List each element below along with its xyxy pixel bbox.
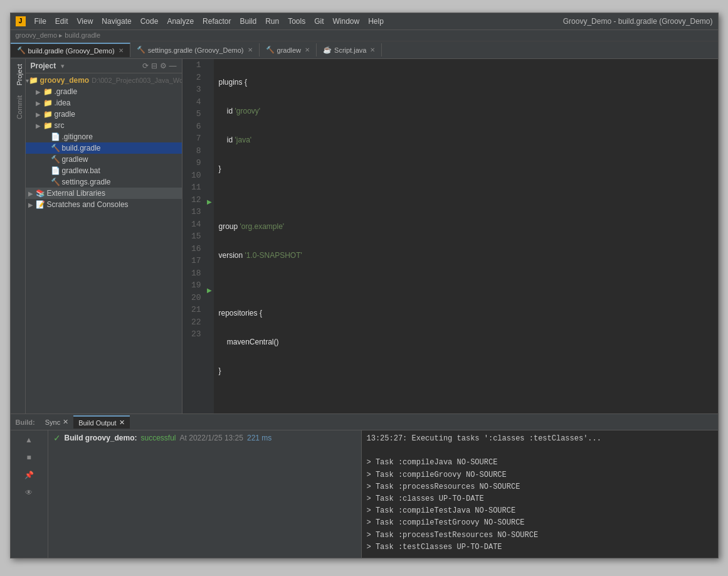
tab-build-gradle-label: build.gradle (Groovy_Demo) [28, 47, 115, 55]
build-gradle-icon: 🔨 [51, 144, 60, 152]
file-tree: ▾ 📁 groovy_demo D:\002_Project\003_Java_… [26, 73, 182, 413]
tree-src-folder[interactable]: ▶ 📁 src [26, 120, 182, 131]
tab-gradlew[interactable]: 🔨 gradlew ✕ [260, 43, 317, 56]
tree-root-item[interactable]: ▾ 📁 groovy_demo D:\002_Project\003_Java_… [26, 75, 182, 86]
menu-code[interactable]: Code [137, 16, 162, 27]
settings-gradle-icon: 🔨 [51, 178, 60, 186]
root-path: D:\002_Project\003_Java_Work\workspace\g… [92, 77, 181, 84]
editor-area: 1 2 3 4 5 6 7 8 9 10 11 12 13 14 15 16 1 [182, 59, 718, 413]
tree-gradlew-bat[interactable]: 📄 gradlew.bat [26, 165, 182, 176]
build-up-btn[interactable]: ▲ [22, 433, 36, 447]
tab-settings-gradle[interactable]: 🔨 settings.gradle (Groovy_Demo) ✕ [130, 43, 260, 56]
settings-gradle-arrow [43, 179, 51, 186]
sync-icon[interactable]: ⟳ [142, 61, 149, 70]
gradle-folder-icon: 📁 [43, 87, 53, 96]
menu-file[interactable]: File [31, 16, 50, 27]
tree-settings-gradle[interactable]: 🔨 settings.gradle [26, 176, 182, 188]
code-line-5 [219, 192, 713, 203]
ext-libs-arrow: ▶ [28, 190, 36, 197]
tab-build-gradle[interactable]: 🔨 build.gradle (Groovy_Demo) ✕ [11, 43, 130, 57]
code-content[interactable]: plugins { id 'groovy' id 'java' } group … [214, 59, 718, 413]
code-line-9: repositories { [219, 307, 713, 319]
settings-gradle-label: settings.gradle [62, 178, 111, 186]
tab-build-gradle-close[interactable]: ✕ [119, 47, 124, 54]
side-panel-commit[interactable]: Commit [11, 90, 25, 124]
gradlew-icon: 🔨 [51, 155, 60, 164]
menu-navigate[interactable]: Navigate [98, 16, 135, 27]
scratches-label: Scratches and Consoles [47, 200, 129, 209]
menu-run[interactable]: Run [261, 16, 283, 27]
collapse-icon[interactable]: ⊟ [151, 61, 157, 70]
gitignore-icon: 📄 [51, 132, 60, 141]
build-sidebar: ▲ ■ 📌 👁 [11, 430, 48, 558]
tree-idea-folder[interactable]: ▶ 📁 .idea [26, 97, 182, 109]
root-folder-icon: 📁 [29, 76, 38, 85]
build-success-row: ✓ Build groovy_demo: successful At 2022/… [53, 433, 356, 443]
menu-window[interactable]: Window [329, 16, 364, 27]
src-folder-label: src [55, 121, 65, 130]
build-pin-btn[interactable]: 📌 [22, 468, 36, 482]
tree-build-gradle[interactable]: 🔨 build.gradle [26, 142, 182, 154]
build-left-panel: ✓ Build groovy_demo: successful At 2022/… [48, 430, 362, 558]
tab-build-output[interactable]: Build Output ✕ [73, 415, 130, 429]
filter-icon[interactable]: ⚙ [160, 61, 167, 70]
close-sidebar-icon[interactable]: — [169, 61, 177, 70]
code-line-7: version '1.0-SNAPSHOT' [219, 250, 713, 261]
side-panel-tabs: Project Commit [11, 59, 26, 413]
code-line-12 [219, 394, 713, 405]
tree-external-libs[interactable]: ▶ 📚 External Libraries [26, 188, 182, 199]
tab-settings-icon: 🔨 [137, 46, 145, 54]
menu-edit[interactable]: Edit [51, 16, 72, 27]
sidebar-dropdown[interactable]: ▾ [61, 62, 65, 70]
gradlew-bat-label: gradlew.bat [62, 166, 100, 175]
gradlew-label: gradlew [62, 155, 88, 164]
build-at: At 2022/1/25 13:25 [180, 434, 243, 442]
tree-gradle-dir[interactable]: ▶ 📁 gradle [26, 109, 182, 120]
build-output-tab-close[interactable]: ✕ [119, 419, 125, 427]
editor-with-gutter: 1 2 3 4 5 6 7 8 9 10 11 12 13 14 15 16 1 [182, 59, 718, 413]
tab-script-java-close[interactable]: ✕ [370, 46, 375, 53]
build-settings-btn[interactable]: 👁 [22, 486, 36, 499]
test-fold-arrow[interactable]: ▶ [207, 285, 212, 295]
tree-gitignore[interactable]: 📄 .gitignore [26, 131, 182, 142]
build-output-processtestresources: > Task :processTestResources NO-SOURCE [367, 530, 713, 541]
tab-gradlew-close[interactable]: ✕ [305, 46, 310, 53]
build-tabs: Build: Sync ✕ Build Output ✕ [11, 414, 718, 430]
tab-gradlew-label: gradlew [277, 46, 302, 54]
build-stop-btn[interactable]: ■ [22, 451, 36, 464]
menu-tools[interactable]: Tools [284, 16, 309, 27]
code-line-4: } [219, 163, 713, 174]
tab-sync[interactable]: Sync ✕ [40, 416, 73, 428]
build-content: ▲ ■ 📌 👁 ✓ Build groovy_demo: successful … [11, 430, 718, 558]
sidebar-title: Project [31, 61, 56, 70]
tab-script-java[interactable]: ☕ Script.java ✕ [317, 43, 382, 56]
menu-analyze[interactable]: Analyze [163, 16, 198, 27]
build-output-blank1 [367, 445, 713, 457]
build-panel: Build: Sync ✕ Build Output ✕ ▲ ■ 📌 👁 ✓ [11, 413, 718, 558]
build-output-classes: > Task :classes UP-TO-DATE [367, 493, 713, 505]
tree-scratches[interactable]: ▶ 📝 Scratches and Consoles [26, 199, 182, 210]
build-status: successful [141, 434, 176, 442]
code-gutter: ▶ ▶ [205, 59, 214, 413]
sync-tab-close[interactable]: ✕ [63, 418, 68, 426]
gradlew-bat-arrow [43, 168, 51, 174]
build-main: ✓ Build groovy_demo: successful At 2022/… [48, 430, 718, 558]
breadcrumb-file: build.gradle [65, 31, 100, 39]
menu-refactor[interactable]: Refactor [199, 16, 235, 27]
code-line-2: id 'groovy' [219, 105, 713, 117]
tree-gradle-folder[interactable]: ▶ 📁 .gradle [26, 86, 182, 97]
dependencies-fold-arrow[interactable]: ▶ [207, 197, 212, 206]
gitignore-label: .gitignore [62, 132, 93, 141]
tab-settings-gradle-close[interactable]: ✕ [248, 46, 253, 53]
tab-java-icon: ☕ [323, 46, 332, 54]
ext-libs-icon: 📚 [36, 189, 45, 198]
build-output-tab-label: Build Output [78, 419, 117, 427]
menu-help[interactable]: Help [364, 16, 388, 27]
line-numbers: 1 2 3 4 5 6 7 8 9 10 11 12 13 14 15 16 1 [182, 59, 205, 413]
menu-git[interactable]: Git [310, 16, 327, 27]
src-arrow: ▶ [36, 122, 43, 129]
menu-view[interactable]: View [73, 16, 97, 27]
menu-build[interactable]: Build [236, 16, 260, 27]
tree-gradlew[interactable]: 🔨 gradlew [26, 154, 182, 165]
side-panel-project[interactable]: Project [11, 59, 25, 90]
